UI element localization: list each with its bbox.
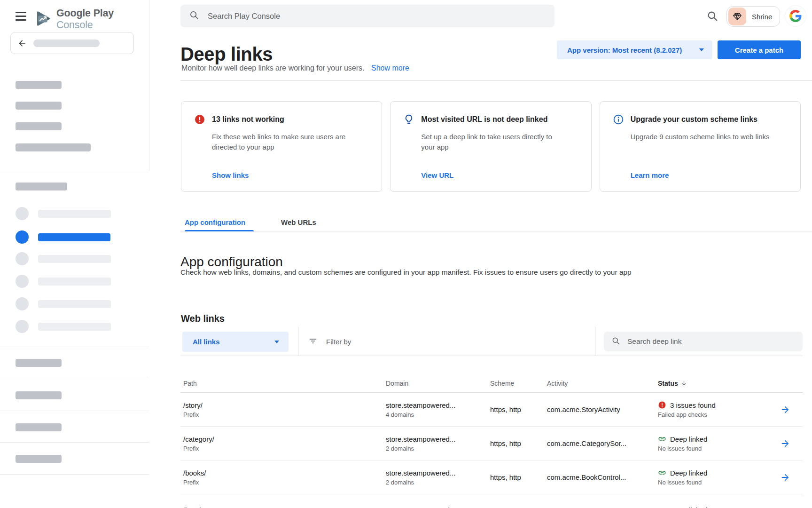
- show-more-link[interactable]: Show more: [371, 64, 409, 72]
- sidebar-item-icon-skeleton: [16, 252, 29, 265]
- menu-icon[interactable]: [16, 12, 26, 21]
- sidebar-menu-item[interactable]: [38, 255, 111, 263]
- tab-web-urls[interactable]: Web URLs: [281, 218, 316, 226]
- sidebar-menu-item[interactable]: [38, 278, 111, 286]
- column-header-domain: Domain: [386, 380, 490, 387]
- sidebar-divider: [0, 474, 149, 475]
- cell-domain: store.steampowered...: [386, 401, 490, 409]
- table-row[interactable]: /story/Prefix store.steampowered...4 dom…: [180, 393, 803, 427]
- global-search-bar[interactable]: [180, 5, 554, 27]
- sidebar-menu-item[interactable]: [38, 210, 111, 218]
- tab-bar: App configuration Web URLs: [180, 217, 812, 231]
- sidebar-item-icon-skeleton: [16, 275, 29, 288]
- cell-domain: store.steampowered...: [386, 506, 490, 508]
- lightbulb-icon: [403, 114, 414, 125]
- sort-descending-icon: [680, 380, 687, 387]
- card-title: Most visited URL is not deep linked: [421, 114, 547, 124]
- sidebar-skeleton-item[interactable]: [16, 122, 62, 130]
- deep-link-search[interactable]: [604, 332, 803, 351]
- play-console-logo[interactable]: Google Play Console: [35, 8, 149, 31]
- links-filter-dropdown[interactable]: All links: [182, 332, 289, 352]
- active-tab-underline: [185, 230, 254, 231]
- link-icon: [658, 506, 666, 508]
- card-title: 13 links not working: [212, 114, 284, 124]
- row-arrow-icon[interactable]: [780, 506, 790, 508]
- sidebar-menu-item[interactable]: [38, 300, 111, 308]
- info-icon: [613, 114, 624, 125]
- google-g-icon: [789, 10, 802, 22]
- app-version-dropdown[interactable]: App version: Most recent (8.2.027): [557, 40, 712, 59]
- column-header-status[interactable]: Status: [658, 380, 780, 387]
- sidebar-skeleton-item[interactable]: [16, 81, 62, 89]
- sidebar-divider: [0, 411, 149, 411]
- chevron-down-icon: [274, 341, 279, 343]
- cell-path: /books/: [183, 469, 386, 477]
- table-row[interactable]: /books/Prefix store.steampowered...2 dom…: [180, 460, 803, 494]
- sidebar-menu-item[interactable]: [38, 323, 111, 331]
- insight-cards: 13 links not working Fix these web links…: [181, 101, 801, 192]
- app-selector-chip[interactable]: Shrine: [726, 6, 780, 27]
- shrine-app-icon: [728, 8, 746, 25]
- sidebar-section-skeleton[interactable]: [16, 423, 62, 431]
- cell-scheme: https, http: [490, 473, 547, 481]
- search-icon: [189, 10, 199, 22]
- view-url-link[interactable]: View URL: [421, 171, 453, 179]
- cell-activity: com.acme.BookControl...: [547, 473, 658, 481]
- link-icon: [658, 468, 666, 477]
- filter-by-button[interactable]: Filter by: [308, 327, 351, 356]
- sidebar-divider: [0, 347, 149, 347]
- filter-list-icon: [308, 336, 318, 347]
- card-most-visited-url: Most visited URL is not deep linked Set …: [390, 101, 591, 192]
- sidebar-divider: [0, 442, 149, 443]
- cell-scheme: https, http: [490, 405, 547, 413]
- card-body: Set up a deep link to take users directl…: [421, 132, 562, 152]
- section-heading: App configuration: [180, 254, 283, 270]
- create-patch-button[interactable]: Create a patch: [718, 40, 801, 59]
- sidebar-section-skeleton[interactable]: [16, 391, 62, 399]
- column-header-activity: Activity: [547, 380, 658, 387]
- sidebar-skeleton-item[interactable]: [16, 143, 91, 151]
- sidebar-divider: [0, 378, 149, 378]
- back-button[interactable]: [10, 32, 134, 54]
- cell-status: Deep linked: [658, 506, 780, 508]
- web-links-table: Path Domain Scheme Activity Status /stor…: [180, 374, 803, 508]
- sidebar-section-skeleton[interactable]: [16, 183, 67, 190]
- sidebar-section-skeleton[interactable]: [16, 359, 62, 367]
- deep-link-search-input[interactable]: [626, 337, 795, 346]
- link-icon: [658, 435, 666, 443]
- card-links-not-working: 13 links not working Fix these web links…: [181, 101, 382, 192]
- table-row[interactable]: /category/Prefix store.steampowered...2 …: [180, 427, 803, 460]
- cell-status: 3 issues found Failed app checks: [658, 401, 780, 418]
- sidebar-skeleton-item[interactable]: [16, 102, 62, 110]
- search-icon[interactable]: [706, 10, 718, 22]
- back-label-skeleton: [33, 40, 100, 47]
- row-arrow-icon[interactable]: [780, 472, 790, 483]
- cell-activity: com.acme.StoryActivity: [547, 405, 658, 413]
- section-description: Check how web links, domains, and custom…: [180, 268, 632, 277]
- app-chip-label: Shrine: [752, 13, 772, 21]
- show-links-link[interactable]: Show links: [212, 171, 249, 179]
- cell-domain: store.steampowered...: [386, 435, 490, 443]
- row-arrow-icon[interactable]: [780, 405, 790, 415]
- column-header-scheme: Scheme: [490, 380, 547, 387]
- left-nav-sidebar: Google Play Console: [0, 0, 149, 508]
- row-arrow-icon[interactable]: [780, 438, 790, 449]
- cell-status: Deep linked No issues found: [658, 468, 780, 486]
- column-header-path: Path: [183, 380, 386, 387]
- web-links-heading: Web links: [181, 313, 225, 324]
- tab-app-configuration[interactable]: App configuration: [185, 218, 245, 226]
- play-console-logo-text: Google Play Console: [56, 8, 149, 31]
- global-search-input[interactable]: [207, 11, 546, 21]
- table-row[interactable]: /item/ store.steampowered... Deep linked: [180, 494, 803, 508]
- sidebar-section-skeleton[interactable]: [16, 455, 62, 463]
- cell-path: /story/: [183, 401, 386, 409]
- learn-more-link[interactable]: Learn more: [631, 171, 669, 179]
- cell-status: Deep linked No issues found: [658, 435, 780, 452]
- main-content: Shrine Deep links Monitor how well deep …: [149, 0, 812, 508]
- cell-domain: store.steampowered...: [386, 469, 490, 477]
- sidebar-menu-item-selected[interactable]: [38, 233, 110, 241]
- play-console-logo-icon: [35, 10, 52, 29]
- cell-activity: com.acme.CategorySor...: [547, 439, 658, 447]
- sidebar-item-icon-skeleton: [16, 207, 29, 220]
- google-account-avatar[interactable]: [785, 6, 806, 26]
